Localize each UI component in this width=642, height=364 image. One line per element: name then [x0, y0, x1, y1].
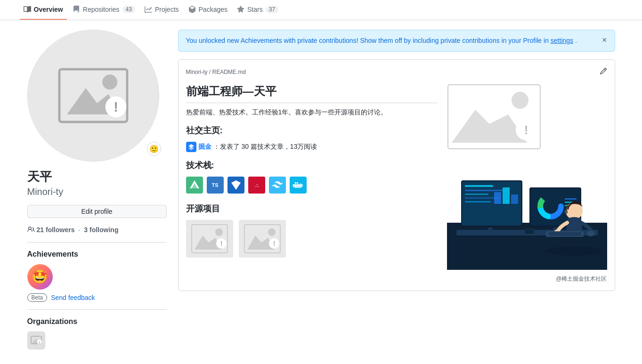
followers-label: followers — [46, 226, 74, 234]
tab-packages-label: Packages — [199, 6, 228, 13]
emoji-icon: 🙂 — [149, 145, 159, 154]
following-count-link[interactable]: 3 following — [84, 226, 118, 234]
readme-card: Minori-ty / README.md 前端工程师—天平 热爱前端、热爱技术… — [178, 59, 615, 291]
tech-ts-icon: TS — [207, 177, 224, 194]
svg-text:!: ! — [273, 240, 275, 247]
readme-description: 热爱前端、热爱技术。工作经验1年。喜欢参与一些开源项目的讨论。 — [186, 107, 438, 117]
open-source-projects: ! ! — [186, 220, 438, 258]
svg-rect-69 — [526, 229, 533, 233]
org-avatar[interactable]: ! — [27, 332, 45, 349]
followers-count: 21 — [37, 226, 44, 234]
repositories-count: 43 — [122, 6, 135, 13]
svg-rect-42 — [465, 185, 493, 187]
readme-breadcrumb: Minori-ty / README.md — [186, 69, 246, 75]
send-feedback-link[interactable]: Send feedback — [51, 294, 95, 301]
svg-point-67 — [587, 231, 594, 236]
svg-point-25 — [215, 228, 223, 236]
tech-heading: 技术栈: — [186, 160, 438, 171]
svg-rect-20 — [295, 182, 296, 184]
social-list: 掘金 ：发表了 30 篇技术文章，13万阅读 — [186, 142, 438, 152]
tab-stars[interactable]: Stars 37 — [233, 0, 282, 20]
edit-profile-button[interactable]: Edit profile — [27, 205, 167, 218]
avatar: ! — [27, 30, 159, 162]
sidebar: ! 🙂 天平 Minori-ty Edit profile — [27, 30, 167, 349]
juejin-description: ：发表了 30 篇技术文章，13万阅读 — [213, 143, 317, 151]
social-item: 掘金 ：发表了 30 篇技术文章，13万阅读 — [186, 142, 438, 152]
organizations-title: Organizations — [27, 317, 167, 326]
top-illustration-broken: ! — [447, 84, 541, 150]
achievements-section: Achievements 🤩 Beta Send feedback — [27, 250, 167, 302]
tab-repositories-label: Repositories — [83, 6, 120, 13]
tech-vuetify-icon — [228, 177, 244, 194]
svg-rect-46 — [465, 201, 491, 202]
tab-packages[interactable]: Packages — [185, 0, 231, 20]
svg-rect-49 — [511, 194, 518, 204]
juejin-icon — [186, 142, 196, 152]
achievement-badge[interactable]: 🤩 — [27, 264, 53, 290]
svg-point-2 — [102, 74, 117, 89]
sidebar-divider — [27, 242, 167, 243]
organizations-section: Organizations ! — [27, 317, 167, 349]
readme-illustration: ! — [447, 84, 607, 283]
tech-stack: TS ∴ — [186, 177, 438, 194]
svg-text:!: ! — [39, 340, 40, 345]
avatar-placeholder: ! — [28, 30, 159, 161]
readme-text-content: 前端工程师—天平 热爱前端、热爱技术。工作经验1年。喜欢参与一些开源项目的讨论。… — [186, 84, 447, 258]
readme-header: Minori-ty / README.md — [186, 67, 607, 76]
content-area: You unlocked new Achievements with priva… — [178, 30, 615, 349]
svg-rect-43 — [465, 190, 503, 191]
opensource-title: 开源项目 — [186, 203, 438, 214]
svg-text:!: ! — [114, 99, 118, 114]
svg-rect-47 — [494, 192, 501, 204]
beta-badge: Beta — [27, 293, 48, 302]
tab-overview-label: Overview — [34, 6, 63, 13]
readme-body: 前端工程师—天平 热爱前端、热爱技术。工作经验1年。喜欢参与一些开源项目的讨论。… — [186, 84, 607, 283]
svg-rect-21 — [297, 182, 298, 184]
svg-marker-14 — [231, 180, 241, 190]
social-heading: 社交主页: — [186, 125, 438, 136]
notice-settings-link[interactable]: settings — [551, 37, 573, 44]
svg-point-30 — [268, 228, 276, 236]
svg-rect-57 — [565, 198, 577, 200]
tab-projects[interactable]: Projects — [141, 0, 183, 20]
tab-stars-label: Stars — [247, 6, 263, 13]
svg-rect-51 — [484, 231, 497, 233]
followers-count-link[interactable]: 21 followers — [37, 226, 75, 234]
svg-text:!: ! — [524, 123, 528, 137]
tech-tailwind-icon — [269, 177, 286, 194]
tech-docker-icon — [290, 177, 307, 194]
tab-repositories[interactable]: Repositories 43 — [69, 0, 139, 20]
notice-text: You unlocked new Achievements with priva… — [186, 36, 577, 46]
people-icon — [27, 226, 35, 235]
svg-point-62 — [566, 202, 583, 219]
username: Minori-ty — [27, 186, 167, 197]
tab-overview[interactable]: Overview — [20, 0, 67, 20]
svg-text:!: ! — [220, 240, 222, 247]
top-nav: Overview Repositories 43 Projects — [0, 0, 642, 20]
following-label: following — [89, 226, 118, 234]
followers-line: 21 followers · 3 following — [27, 226, 167, 235]
notice-banner: You unlocked new Achievements with priva… — [178, 30, 615, 52]
page-wrapper: Overview Repositories 43 Projects — [0, 0, 642, 364]
emoji-button[interactable]: 🙂 — [147, 142, 161, 156]
svg-rect-48 — [503, 187, 510, 204]
readme-title: 前端工程师—天平 — [186, 84, 438, 103]
svg-point-70 — [546, 246, 602, 256]
svg-rect-45 — [465, 197, 498, 199]
following-count: 3 — [84, 226, 88, 234]
watermark: @稀土掘金技术社区 — [447, 275, 607, 283]
svg-rect-44 — [465, 194, 488, 195]
stars-count: 37 — [266, 6, 278, 13]
sidebar-divider-2 — [27, 309, 167, 310]
achievements-title: Achievements — [27, 250, 167, 259]
tab-projects-label: Projects — [155, 6, 179, 13]
readme-edit-button[interactable] — [600, 67, 607, 76]
main-layout: ! 🙂 天平 Minori-ty Edit profile — [20, 20, 623, 359]
project-thumb-2: ! — [239, 220, 286, 258]
beta-feedback: Beta Send feedback — [27, 293, 167, 302]
avatar-container: ! 🙂 — [27, 30, 167, 162]
svg-marker-34 — [452, 110, 527, 143]
display-name: 天平 — [27, 169, 167, 185]
svg-rect-66 — [548, 232, 581, 236]
notice-close-button[interactable]: × — [598, 36, 607, 44]
